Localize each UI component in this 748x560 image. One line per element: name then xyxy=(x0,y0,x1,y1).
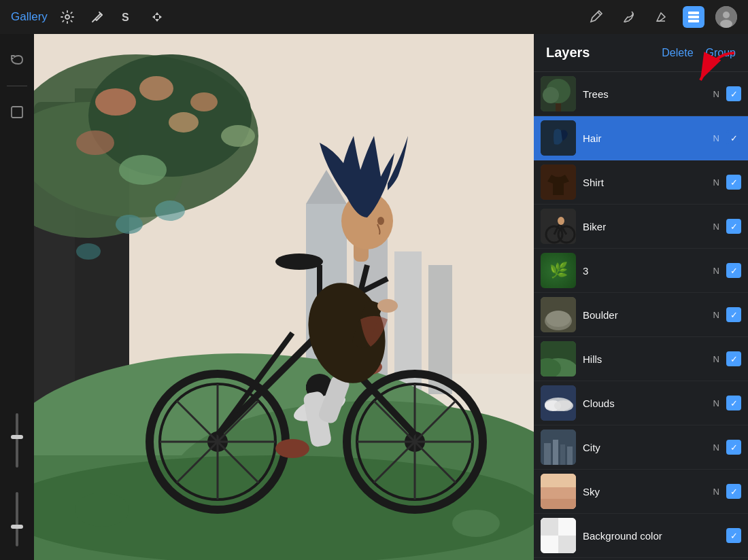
layer-name-hair: Hair xyxy=(583,133,713,144)
layer-row-hills[interactable]: HillsN✓ xyxy=(534,337,748,381)
modify-icon[interactable] xyxy=(87,7,107,27)
layer-visibility-city[interactable]: ✓ xyxy=(726,440,741,455)
layers-panel: Layers Delete Group TreesN✓ HairN✓ Shirt… xyxy=(534,34,748,560)
layer-row-trees[interactable]: TreesN✓ xyxy=(534,72,748,116)
layer-row-shirt[interactable]: ShirtN✓ xyxy=(534,160,748,205)
layers-list: TreesN✓ HairN✓ ShirtN✓ BikerN✓🌿3N✓ Bould… xyxy=(534,72,748,560)
layer-name-biker: Biker xyxy=(583,221,713,232)
svg-rect-99 xyxy=(541,474,576,487)
svg-rect-4 xyxy=(688,20,699,22)
layer-blend-biker[interactable]: N xyxy=(713,222,719,232)
layer-blend-boulder[interactable]: N xyxy=(713,310,719,320)
layer-row-hair[interactable]: HairN✓ xyxy=(534,116,748,160)
layer-blend-city[interactable]: N xyxy=(713,442,719,453)
svg-point-85 xyxy=(546,311,571,327)
svg-point-25 xyxy=(155,200,185,221)
svg-text:S: S xyxy=(122,12,129,23)
left-sidebar xyxy=(0,34,34,560)
brush-tool-icon[interactable] xyxy=(617,6,639,28)
layer-name-clouds: Clouds xyxy=(583,398,713,409)
svg-point-67 xyxy=(377,299,398,313)
layer-name-layer3: 3 xyxy=(583,265,713,277)
layer-row-biker[interactable]: BikerN✓ xyxy=(534,205,748,249)
layer-blend-layer3[interactable]: N xyxy=(713,266,719,276)
layer-name-boulder: Boulder xyxy=(583,309,713,321)
layer-row-sky[interactable]: SkyN✓ xyxy=(534,470,748,514)
layer-thumbnail-clouds xyxy=(541,385,576,421)
group-button[interactable]: Group xyxy=(706,47,736,59)
square-select-icon[interactable] xyxy=(5,100,29,124)
svg-rect-97 xyxy=(567,447,573,465)
svg-point-22 xyxy=(221,125,255,147)
svg-point-15 xyxy=(88,54,252,177)
svg-point-21 xyxy=(119,155,167,185)
svg-rect-95 xyxy=(553,440,558,465)
layer-blend-clouds[interactable]: N xyxy=(713,398,719,408)
toolbar-right xyxy=(585,6,737,28)
svg-rect-103 xyxy=(558,536,576,553)
svg-point-63 xyxy=(275,439,309,458)
settings-icon[interactable] xyxy=(57,7,78,27)
svg-rect-100 xyxy=(541,499,576,509)
svg-point-72 xyxy=(452,510,500,537)
layer-blend-hills[interactable]: N xyxy=(713,354,719,364)
layer-visibility-shirt[interactable]: ✓ xyxy=(726,175,741,190)
layers-tool-icon[interactable] xyxy=(683,6,704,28)
layer-row-boulder[interactable]: BoulderN✓ xyxy=(534,293,748,337)
layer-blend-shirt[interactable]: N xyxy=(713,177,719,188)
svg-point-71 xyxy=(75,493,129,527)
layer-visibility-clouds[interactable]: ✓ xyxy=(726,396,741,410)
svg-point-57 xyxy=(275,253,323,270)
svg-point-6 xyxy=(723,12,730,18)
pencil-tool-icon[interactable] xyxy=(585,6,607,28)
layer-row-background_color[interactable]: Background color✓ xyxy=(534,514,748,558)
layer-visibility-trees[interactable]: ✓ xyxy=(726,86,741,101)
layer-visibility-boulder[interactable]: ✓ xyxy=(726,307,741,322)
svg-point-16 xyxy=(95,88,136,116)
layer-thumbnail-layer3: 🌿 xyxy=(541,253,576,288)
svg-point-70 xyxy=(377,217,384,225)
svg-point-24 xyxy=(76,243,101,260)
gallery-button[interactable]: Gallery xyxy=(11,10,48,24)
svg-point-0 xyxy=(65,15,69,19)
brush-size-slider[interactable] xyxy=(16,413,18,468)
layer-blend-sky[interactable]: N xyxy=(713,487,719,497)
brush-size-thumb[interactable] xyxy=(11,435,23,439)
layer-name-trees: Trees xyxy=(583,88,713,100)
layer-name-shirt: Shirt xyxy=(583,177,713,188)
layer-visibility-background_color[interactable]: ✓ xyxy=(726,528,741,543)
svg-point-82 xyxy=(558,217,564,225)
undo-icon[interactable] xyxy=(5,48,29,72)
top-toolbar: Gallery S xyxy=(0,0,748,34)
transform-icon[interactable] xyxy=(147,7,167,27)
artwork[interactable] xyxy=(34,34,534,560)
opacity-thumb[interactable] xyxy=(11,525,23,529)
layer-thumbnail-background_color xyxy=(541,518,576,553)
layer-name-background_color: Background color xyxy=(583,530,726,542)
layer-visibility-hair[interactable]: ✓ xyxy=(726,130,741,145)
svg-point-7 xyxy=(720,20,732,28)
eraser-tool-icon[interactable] xyxy=(650,6,672,28)
layer-thumbnail-boulder xyxy=(541,297,576,332)
avatar[interactable] xyxy=(715,6,737,28)
layer-name-city: City xyxy=(583,442,713,453)
layer-thumbnail-shirt xyxy=(541,164,576,200)
canvas-area[interactable] xyxy=(34,34,534,560)
layer-visibility-hills[interactable]: ✓ xyxy=(726,351,741,366)
layer-visibility-biker[interactable]: ✓ xyxy=(726,219,741,234)
selection-icon[interactable]: S xyxy=(117,7,137,27)
layer-row-clouds[interactable]: CloudsN✓ xyxy=(534,381,748,425)
svg-rect-94 xyxy=(544,443,551,465)
layer-row-city[interactable]: CityN✓ xyxy=(534,425,748,470)
layer-thumbnail-biker xyxy=(541,209,576,244)
delete-button[interactable]: Delete xyxy=(662,47,693,59)
layer-visibility-sky[interactable]: ✓ xyxy=(726,484,741,499)
svg-rect-96 xyxy=(560,444,565,465)
layer-row-layer3[interactable]: 🌿3N✓ xyxy=(534,249,748,293)
layer-blend-hair[interactable]: N xyxy=(713,133,719,143)
layer-visibility-layer3[interactable]: ✓ xyxy=(726,263,741,278)
layer-thumbnail-sky xyxy=(541,474,576,509)
layer-blend-trees[interactable]: N xyxy=(713,89,719,99)
opacity-slider[interactable] xyxy=(16,492,18,546)
layer-thumbnail-city xyxy=(541,430,576,465)
